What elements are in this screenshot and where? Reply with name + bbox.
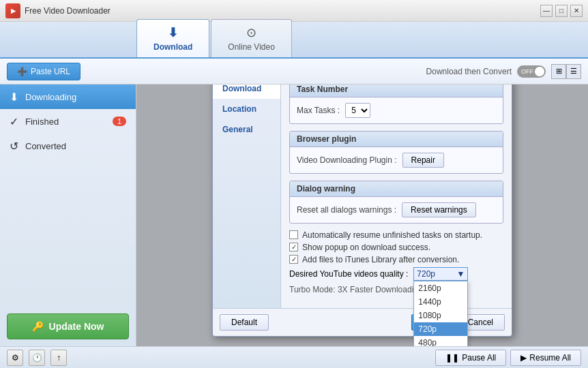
paste-url-button[interactable]: ➕ Paste URL (7, 63, 80, 80)
reset-warnings-button[interactable]: Reset warnings (402, 202, 476, 217)
quality-row: Desired YouTube videos quality : 720p ▼ … (289, 267, 503, 281)
key-icon: 🔑 (32, 321, 44, 332)
quality-option-480p[interactable]: 480p (414, 336, 467, 347)
download-convert-toggle[interactable]: OFF (517, 65, 546, 78)
schedule-button[interactable]: 🕐 (29, 350, 45, 366)
bottom-right: ❚❚ Pause All ▶ Resume All (435, 350, 581, 366)
paste-icon: ➕ (17, 67, 27, 76)
resume-icon: ▶ (520, 353, 527, 363)
pause-icon: ❚❚ (445, 353, 459, 363)
browser-plugin-content: Video Downloading Plugin : Repair (290, 147, 503, 173)
max-tasks-select[interactable]: 5 1234 678 (345, 103, 370, 118)
bottom-bar: ⚙ 🕐 ↑ ❚❚ Pause All ▶ Resume All (0, 346, 588, 368)
app-name: Free Video Downloader (25, 6, 111, 16)
content-area: drag video area ⚙ Preferences ✕ Download (136, 85, 588, 346)
sidebar-item-downloading[interactable]: ⬇ Downloading (0, 85, 136, 109)
online-video-tab-icon: ⊙ (246, 25, 256, 40)
app-icon: ▶ (5, 3, 20, 18)
auto-resume-checkbox[interactable] (289, 230, 298, 239)
sidebar: ⬇ Downloading ✓ Finished 1 ↺ Converted 🔑… (0, 85, 136, 346)
preferences-modal: ⚙ Preferences ✕ Download Location Genera… (212, 85, 512, 337)
task-number-title: Task Number (290, 85, 503, 97)
plugin-label: Video Downloading Plugin : (297, 155, 397, 165)
up-button[interactable]: ↑ (50, 350, 67, 366)
online-video-tab-label: Online Video (228, 42, 275, 52)
modal-nav-download[interactable]: Download (213, 85, 280, 99)
finished-label: Finished (25, 117, 59, 127)
toggle-circle (535, 67, 544, 76)
modal-content: Task Number Max Tasks : 5 1234 678 (281, 85, 512, 308)
max-tasks-row: Max Tasks : 5 1234 678 (297, 103, 496, 118)
toggle-label: OFF (521, 68, 533, 75)
main-layout: ⬇ Downloading ✓ Finished 1 ↺ Converted 🔑… (0, 85, 588, 346)
dialog-warning-content: Reset all dialogs warnings : Reset warni… (290, 197, 503, 223)
sidebar-item-finished[interactable]: ✓ Finished 1 (0, 109, 136, 134)
paste-url-label: Paste URL (31, 67, 70, 76)
converted-label: Converted (25, 141, 66, 151)
modal-nav-location[interactable]: Location (213, 99, 280, 119)
tab-online-video[interactable]: ⊙ Online Video (211, 19, 292, 57)
resume-all-button[interactable]: ▶ Resume All (510, 350, 581, 366)
list-view-button[interactable]: ☰ (566, 64, 581, 79)
downloading-icon: ⬇ (10, 91, 18, 104)
task-number-content: Max Tasks : 5 1234 678 (290, 97, 503, 123)
view-buttons: ⊞ ☰ (551, 64, 581, 79)
auto-resume-label: Automatically resume unfinished tasks on… (302, 230, 482, 240)
modal-body: Download Location General Task Number Ma… (213, 85, 512, 308)
maximize-button[interactable]: □ (555, 5, 568, 17)
sidebar-item-converted[interactable]: ↺ Converted (0, 134, 136, 158)
resume-all-label: Resume All (529, 353, 571, 363)
repair-row: Video Downloading Plugin : Repair (297, 153, 496, 168)
download-tab-icon: ⬇ (168, 25, 178, 40)
pause-all-button[interactable]: ❚❚ Pause All (435, 350, 506, 366)
modal-nav: Download Location General (213, 85, 281, 308)
bottom-left: ⚙ 🕐 ↑ (7, 350, 67, 366)
reset-warnings-row: Reset all dialogs warnings : Reset warni… (297, 202, 496, 217)
quality-label: Desired YouTube videos quality : (289, 269, 408, 279)
dialog-warning-title: Dialog warning (290, 181, 503, 197)
show-popup-checkbox[interactable]: ✓ (289, 243, 298, 251)
tab-download[interactable]: ⬇ Download (136, 19, 209, 57)
quality-option-720p[interactable]: 720p (414, 322, 467, 336)
dropdown-arrow-icon: ▼ (456, 269, 465, 279)
toolbar: ➕ Paste URL Download then Convert OFF ⊞ … (0, 59, 588, 85)
pause-all-label: Pause All (462, 353, 496, 363)
grid-view-button[interactable]: ⊞ (551, 64, 566, 79)
finished-badge: 1 (113, 117, 126, 126)
close-button[interactable]: ✕ (570, 5, 583, 17)
show-popup-label: Show popup on download success. (302, 243, 430, 252)
modal-nav-general[interactable]: General (213, 119, 280, 140)
converted-icon: ↺ (10, 140, 18, 153)
minimize-button[interactable]: — (540, 5, 553, 17)
download-tab-label: Download (153, 42, 192, 52)
quality-option-2160p[interactable]: 2160p (414, 281, 467, 295)
quality-option-1440p[interactable]: 1440p (414, 295, 467, 309)
quality-option-1080p[interactable]: 1080p (414, 309, 467, 322)
title-bar: ▶ Free Video Downloader — □ ✕ (0, 0, 588, 22)
dialog-warning-section: Dialog warning Reset all dialogs warning… (289, 181, 503, 224)
modal-overlay: ⚙ Preferences ✕ Download Location Genera… (136, 85, 588, 346)
update-now-button[interactable]: 🔑 Update Now (7, 313, 129, 339)
default-button[interactable]: Default (220, 314, 269, 331)
quality-selected[interactable]: 720p ▼ (413, 267, 468, 281)
max-tasks-label: Max Tasks : (297, 106, 340, 115)
show-popup-row: ✓ Show popup on download success. (289, 243, 503, 252)
quality-dropdown-menu: 2160p 1440p 1080p 720p 480p 360p 240p (413, 281, 468, 347)
sidebar-spacer (0, 158, 136, 307)
title-bar-controls: — □ ✕ (540, 5, 583, 17)
add-itunes-checkbox[interactable]: ✓ (289, 255, 298, 264)
turbo-row: Turbo Mode: 3X Faster Downloading Speed (289, 285, 503, 294)
quality-value: 720p (417, 269, 435, 279)
settings-button[interactable]: ⚙ (7, 350, 23, 366)
task-number-section: Task Number Max Tasks : 5 1234 678 (289, 85, 503, 124)
tab-bar: ⬇ Download ⊙ Online Video (0, 22, 588, 59)
downloading-label: Downloading (25, 92, 76, 102)
quality-dropdown-container: 720p ▼ 2160p 1440p 1080p 720p 480p 360p (413, 267, 468, 281)
add-itunes-label: Add files to iTunes Library after conver… (302, 255, 459, 264)
browser-plugin-section: Browser plugin Video Downloading Plugin … (289, 131, 503, 174)
reset-warnings-label: Reset all dialogs warnings : (297, 205, 396, 215)
toolbar-right: Download then Convert OFF ⊞ ☰ (426, 64, 581, 79)
update-now-label: Update Now (49, 321, 104, 332)
repair-button[interactable]: Repair (402, 153, 444, 168)
title-bar-left: ▶ Free Video Downloader (5, 3, 111, 18)
